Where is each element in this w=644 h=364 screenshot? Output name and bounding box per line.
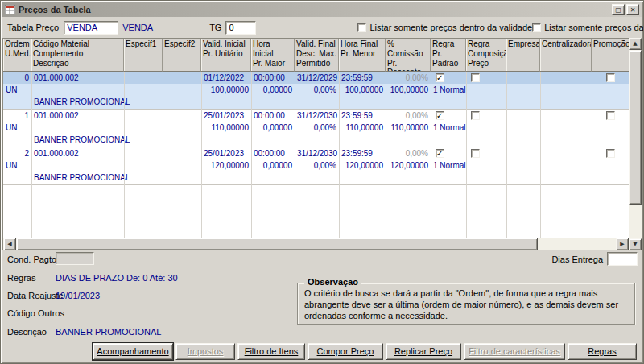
titlebar-buttons: ▢ ✕ [612,4,639,15]
table-row[interactable]: 2 001.000.002 25/01/2023 00:00:00 31/12/… [3,147,629,185]
horizontal-scroll-track[interactable] [16,238,616,250]
regra-composicao-checkbox[interactable] [471,111,480,120]
horizontal-scroll-thumb[interactable] [16,238,538,250]
cell-ordem: 0 [3,72,31,84]
promocao-checkbox[interactable] [606,149,615,158]
cell-hora-inicial: 00:00:00 [251,72,295,84]
cell-valid-final: 31/12/2029 [295,72,339,84]
scroll-down-button[interactable]: ▼ [629,238,642,250]
cell-regra-padrao [431,147,466,159]
precos-da-tabela-window: Preços da Tabela ▢ ✕ Tabela Preço VENDA … [0,0,644,364]
maximize-button[interactable]: ▢ [612,4,625,15]
column-header-promocao: Promoção [592,39,629,72]
column-header-especif1: Especif1 [124,39,163,72]
horizontal-scrollbar[interactable]: ◀ ▶ [3,238,629,250]
regras-button[interactable]: Regras [568,343,637,360]
cell-regra-padrao [431,72,466,84]
promocao-checkbox[interactable] [606,111,615,120]
cell-pr-unitario: 100,00000 [201,84,251,96]
cell-pr-unitario: 120,00000 [201,159,251,172]
cell-umed: UN [3,84,31,96]
table-row[interactable]: 1 001.000.002 25/01/2023 00:00:00 31/12/… [3,110,629,147]
tabela-preco-label: Tabela Preço [7,23,59,32]
app-icon [5,5,15,14]
cell-regra: 1 Normal [431,159,506,172]
cell-valid-inicial: 25/01/2023 [201,147,251,159]
grid-header-row: Ordem U.Med. Código Material Complemento… [3,38,629,72]
cond-pagto-input[interactable] [56,252,94,265]
window-title: Preços da Tabela [19,5,609,14]
tg-input[interactable] [225,21,256,35]
cell-pr-unitario: 110,00000 [201,122,251,134]
replicar-preco-button[interactable]: Replicar Preço [386,343,461,360]
cell-descricao: BANNER PROMOCIONAL [31,172,431,184]
cell-descricao: BANNER PROMOCIONAL [31,96,431,109]
cell-hora-final: 23:59:59 [339,147,386,159]
codigo-outros-label: Código Outros [7,308,64,318]
table-row[interactable]: 0 001.000.002 01/12/2022 00:00:00 31/12/… [3,72,629,110]
filtro-de-caracteristicas-button: Filtro de características [464,343,565,360]
cell-descricao: BANNER PROMOCIONAL [31,134,431,147]
cell-pr-menor: 100,00000 [339,84,386,96]
column-header-especif2: Especif2 [163,39,201,72]
dias-entrega-input[interactable] [607,252,638,266]
compor-preco-button[interactable]: Compor Preço [308,343,383,360]
column-header-regra-composicao: Regra Composição Preço [466,39,506,72]
regra-padrao-checkbox[interactable] [436,111,444,120]
cell-valid-final: 31/12/2030 [295,110,339,122]
cell-promocao [592,110,629,122]
column-header-regra-padrao: Regra Pr. Padrão [431,39,466,72]
filtro-de-itens-button[interactable]: Filtro de Itens [237,343,305,360]
tg-label: TG [209,23,221,32]
toolbar: Tabela Preço VENDA TG Listar somente pre… [2,17,642,38]
regra-padrao-checkbox[interactable] [436,73,444,82]
promocao-checkbox[interactable] [606,73,615,82]
titlebar[interactable]: Preços da Tabela ▢ ✕ [2,2,642,17]
regras-value: DIAS DE PRAZO De: 0 Até: 30 [56,273,178,283]
column-header-centralizadora: Centralizadora [540,39,592,72]
button-bar: Acompanhamento Impostos Filtro de Itens … [2,341,642,362]
tabela-preco-input[interactable] [64,21,118,35]
cell-pr-maior: 0,00000 [251,84,295,96]
cell-promocao [592,72,629,84]
cell-pr-desconto: 110,00000 [386,122,431,134]
scroll-up-button[interactable]: ▲ [629,38,642,50]
listar-promocao-checkbox[interactable] [532,23,541,32]
observacao-text: O critério de busca se dará a partir da … [298,283,634,323]
close-button[interactable]: ✕ [626,4,639,15]
cell-ordem: 1 [3,110,31,122]
tabela-preco-description: VENDA [122,23,153,32]
cell-pr-menor: 120,00000 [339,159,386,172]
cell-hora-inicial: 00:00:00 [251,110,295,122]
listar-promocao-label: Listar somente preços da promoção [544,23,644,32]
vertical-scrollbar[interactable]: ▲ ▼ [629,38,642,250]
regra-padrao-checkbox[interactable] [436,149,444,158]
cell-valid-inicial: 25/01/2023 [201,110,251,122]
cell-pr-maior: 0,00000 [251,122,295,134]
column-header-hora-inicial: Hora Inicial Pr. Maior [251,39,295,72]
cell-hora-final: 23:59:59 [339,72,386,84]
cell-hora-final: 23:59:59 [339,110,386,122]
cell-umed: UN [3,122,31,134]
impostos-button: Impostos [175,343,235,360]
scroll-right-button[interactable]: ▶ [616,238,629,250]
grid-body: 0 001.000.002 01/12/2022 00:00:00 31/12/… [3,72,629,238]
vertical-scroll-thumb[interactable] [629,50,642,205]
cell-promocao [592,147,629,159]
cell-regra-padrao [431,110,466,122]
regra-composicao-checkbox[interactable] [471,73,480,82]
cell-codigo: 001.000.002 [31,72,124,84]
cell-pr-desconto: 120,00000 [386,159,431,172]
listar-validade-checkbox[interactable] [357,23,366,32]
column-header-comissao: % Comissão Pr. Desconto [386,39,431,72]
column-header-valid-final: Valid. Final Desc. Max. Permitido [295,39,339,72]
cell-desc-max: 0,00% [295,122,339,134]
cell-comissao: 0,00% [386,147,431,159]
regra-composicao-checkbox[interactable] [471,149,480,158]
grid-empty-area [3,185,629,238]
cell-valid-inicial: 01/12/2022 [201,72,251,84]
acompanhamento-button[interactable]: Acompanhamento [93,343,173,360]
scroll-left-button[interactable]: ◀ [3,238,16,250]
vertical-scroll-track[interactable] [629,50,642,238]
cell-umed: UN [3,159,31,172]
